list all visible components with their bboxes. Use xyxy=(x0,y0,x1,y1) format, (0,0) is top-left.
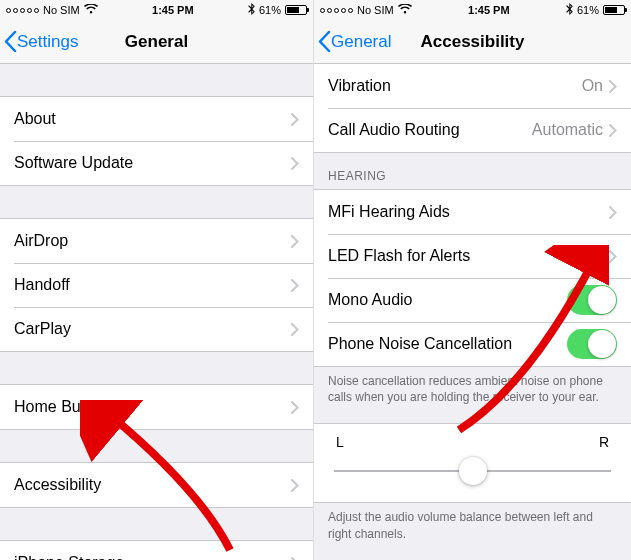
group-hearing: MFi Hearing Aids LED Flash for AlertsOff… xyxy=(314,189,631,367)
group-top: VibrationOn Call Audio RoutingAutomatic xyxy=(314,64,631,153)
cell-airdrop[interactable]: AirDrop xyxy=(0,219,313,263)
group-accessibility: Accessibility xyxy=(0,462,313,508)
toggle-noise-cancellation[interactable] xyxy=(567,329,617,359)
cell-label: AirDrop xyxy=(14,232,291,250)
cell-vibration[interactable]: VibrationOn xyxy=(314,64,631,108)
balance-slider-row: L R xyxy=(314,423,631,503)
battery-icon xyxy=(285,5,307,15)
chevron-right-icon xyxy=(291,235,299,248)
cell-value: Automatic xyxy=(532,121,603,139)
nav-bar: General Accessibility xyxy=(314,20,631,64)
cell-carplay[interactable]: CarPlay xyxy=(0,307,313,351)
carrier-label: No SIM xyxy=(43,4,80,16)
carrier-label: No SIM xyxy=(357,4,394,16)
signal-icon xyxy=(320,8,353,13)
cell-software-update[interactable]: Software Update xyxy=(0,141,313,185)
cell-label: Vibration xyxy=(328,77,582,95)
group-about: About Software Update xyxy=(0,96,313,186)
bluetooth-icon xyxy=(248,3,255,18)
cell-label: About xyxy=(14,110,291,128)
cell-label: Accessibility xyxy=(14,476,291,494)
cell-about[interactable]: About xyxy=(0,97,313,141)
footer-noise-cancellation: Noise cancellation reduces ambient noise… xyxy=(314,367,631,405)
chevron-right-icon xyxy=(291,113,299,126)
chevron-right-icon xyxy=(291,157,299,170)
cell-label: Home Button xyxy=(14,398,291,416)
chevron-right-icon xyxy=(291,401,299,414)
cell-accessibility[interactable]: Accessibility xyxy=(0,463,313,507)
wifi-icon xyxy=(398,4,412,16)
chevron-right-icon xyxy=(609,206,617,219)
cell-label: Call Audio Routing xyxy=(328,121,532,139)
cell-label: MFi Hearing Aids xyxy=(328,203,609,221)
section-header-hearing: Hearing xyxy=(314,153,631,189)
signal-icon xyxy=(6,8,39,13)
cell-mfi-hearing-aids[interactable]: MFi Hearing Aids xyxy=(314,190,631,234)
status-bar: No SIM 1:45 PM 61% xyxy=(0,0,313,20)
group-sharing: AirDrop Handoff CarPlay xyxy=(0,218,313,352)
back-button[interactable]: General xyxy=(318,31,391,52)
cell-led-flash[interactable]: LED Flash for AlertsOff xyxy=(314,234,631,278)
footer-balance: Adjust the audio volume balance between … xyxy=(314,503,631,541)
battery-icon xyxy=(603,5,625,15)
battery-percent: 61% xyxy=(259,4,281,16)
cell-home-button[interactable]: Home Button xyxy=(0,385,313,429)
chevron-right-icon xyxy=(291,323,299,336)
cell-label: Phone Noise Cancellation xyxy=(328,335,567,353)
cell-label: Software Update xyxy=(14,154,291,172)
back-label: Settings xyxy=(17,32,78,52)
status-bar: No SIM 1:45 PM 61% xyxy=(314,0,631,20)
status-time: 1:45 PM xyxy=(98,4,248,16)
balance-label-right: R xyxy=(599,434,609,450)
slider-thumb[interactable] xyxy=(459,457,487,485)
cell-label: LED Flash for Alerts xyxy=(328,247,582,265)
screen-accessibility: No SIM 1:45 PM 61% General Accessibility… xyxy=(314,0,631,560)
balance-slider[interactable] xyxy=(334,456,611,486)
back-label: General xyxy=(331,32,391,52)
group-home: Home Button xyxy=(0,384,313,430)
cell-call-audio-routing[interactable]: Call Audio RoutingAutomatic xyxy=(314,108,631,152)
chevron-right-icon xyxy=(291,279,299,292)
chevron-right-icon xyxy=(609,124,617,137)
status-time: 1:45 PM xyxy=(412,4,566,16)
chevron-right-icon xyxy=(291,479,299,492)
cell-value: Off xyxy=(582,247,603,265)
chevron-right-icon xyxy=(609,80,617,93)
cell-value: On xyxy=(582,77,603,95)
screen-general: No SIM 1:45 PM 61% Settings General Abou… xyxy=(0,0,314,560)
toggle-mono-audio[interactable] xyxy=(567,285,617,315)
back-button[interactable]: Settings xyxy=(4,31,78,52)
cell-noise-cancellation: Phone Noise Cancellation xyxy=(314,322,631,366)
cell-iphone-storage[interactable]: iPhone Storage xyxy=(0,541,313,560)
cell-mono-audio: Mono Audio xyxy=(314,278,631,322)
nav-bar: Settings General xyxy=(0,20,313,64)
cell-label: CarPlay xyxy=(14,320,291,338)
cell-handoff[interactable]: Handoff xyxy=(0,263,313,307)
wifi-icon xyxy=(84,4,98,16)
bluetooth-icon xyxy=(566,3,573,18)
cell-label: Handoff xyxy=(14,276,291,294)
cell-label: iPhone Storage xyxy=(14,554,291,560)
battery-percent: 61% xyxy=(577,4,599,16)
cell-label: Mono Audio xyxy=(328,291,567,309)
chevron-right-icon xyxy=(609,250,617,263)
balance-label-left: L xyxy=(336,434,344,450)
chevron-right-icon xyxy=(291,557,299,561)
group-storage: iPhone Storage Background App Refresh xyxy=(0,540,313,560)
